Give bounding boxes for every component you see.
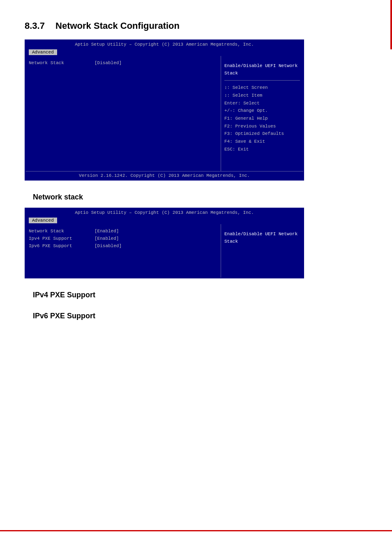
bios2-title: Aptio Setup Utility – Copyright (C) 2013… [25, 208, 303, 217]
bios1-title: Aptio Setup Utility – Copyright (C) 2013… [25, 40, 303, 49]
bios2-row-1: Ipv4 PXE Support [Enabled] [29, 235, 217, 242]
key-esc: ESC: Exit [224, 146, 300, 153]
key-select-item: ↕: Select Item [224, 92, 300, 100]
bios2-body: Network Stack [Enabled] Ipv4 PXE Support… [25, 224, 303, 278]
bios2-help-text: Enable/Disable UEFI Network Stack [224, 231, 300, 245]
bios-screen-1: Aptio Setup Utility – Copyright (C) 2013… [25, 39, 304, 181]
key-enter: Enter: Select [224, 100, 300, 107]
bios1-right-panel: Enable/Disable UEFI Network Stack ↕: Sel… [221, 56, 303, 171]
bios2-tab-bar: Advanced [25, 217, 303, 224]
bios2-left-panel: Network Stack [Enabled] Ipv4 PXE Support… [25, 224, 221, 278]
key-f4: F4: Save & Exit [224, 138, 300, 146]
bios1-tab-bar: Advanced [25, 49, 303, 56]
bios2-row-0: Network Stack [Enabled] [29, 227, 217, 235]
sub-heading-3: IPv6 PXE Support [33, 312, 367, 320]
bios2-row-0-label: Network Stack [29, 229, 95, 234]
sub-heading-2: IPv4 PXE Support [33, 291, 367, 299]
sub-heading-1: Network stack [33, 193, 367, 202]
key-select-screen: ↕: Select Screen [224, 84, 300, 92]
bios2-row-2: Ipv6 PXE Support [Disabled] [29, 242, 217, 250]
bios2-row-0-value: [Enabled] [95, 229, 119, 234]
bios2-row-2-label: Ipv6 PXE Support [29, 243, 95, 248]
bios1-divider [224, 80, 300, 81]
bios2-row-1-value: [Enabled] [95, 236, 119, 241]
key-change-opt: +/-: Change Opt. [224, 107, 300, 115]
bios1-help-text: Enable/Disable UEFI Network Stack [224, 63, 300, 77]
key-f1: F1: General Help [224, 115, 300, 123]
key-f3: F3: Optimized Defaults [224, 130, 300, 138]
bios1-row-0-label: Network Stack [29, 60, 95, 65]
key-f2: F2: Previous Values [224, 123, 300, 130]
section-heading: 8.3.7 Network Stack Configuration [25, 21, 367, 31]
bios2-row-2-value: [Disabled] [95, 243, 122, 248]
bios2-row-1-label: Ipv4 PXE Support [29, 236, 95, 241]
bios1-body: Network Stack [Disabled] Enable/Disable … [25, 56, 303, 171]
bios1-tab[interactable]: Advanced [29, 49, 57, 55]
bios1-footer: Version 2.16.1242. Copyright (C) 2013 Am… [25, 171, 303, 180]
bottom-line [0, 530, 392, 531]
bios1-row-0: Network Stack [Disabled] [29, 59, 217, 67]
bios1-row-0-value: [Disabled] [95, 60, 122, 65]
section-number: 8.3.7 [25, 21, 45, 31]
bios2-right-panel: Enable/Disable UEFI Network Stack [221, 224, 303, 278]
bios1-left-panel: Network Stack [Disabled] [25, 56, 221, 171]
bios-screen-2: Aptio Setup Utility – Copyright (C) 2013… [25, 208, 304, 278]
bios2-tab[interactable]: Advanced [29, 218, 57, 223]
bios1-keys: ↕: Select Screen ↕: Select Item Enter: S… [224, 84, 300, 153]
right-bar [390, 0, 392, 49]
section-title: Network Stack Configuration [55, 21, 180, 31]
